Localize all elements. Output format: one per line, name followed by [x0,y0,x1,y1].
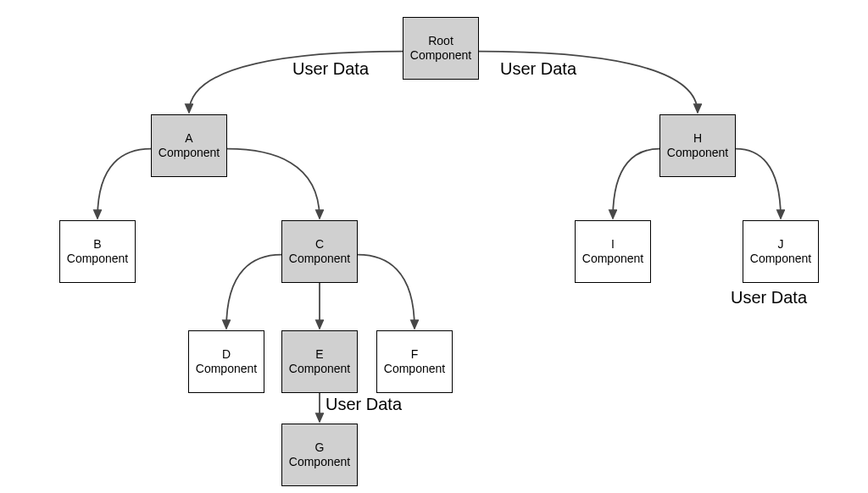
node-label-line2: Component [667,146,728,161]
node-label-line2: Component [159,146,220,161]
node-label-line1: F [411,347,419,363]
node-C: CComponent [281,220,358,283]
node-G: GComponent [281,424,358,486]
edge-H-I [613,149,659,219]
edge-label: User Data [326,395,402,414]
edge-A-C [227,149,320,219]
node-root: RootComponent [403,17,479,80]
node-A: AComponent [151,114,227,177]
node-label-line2: Component [384,362,445,377]
node-label-line1: Root [428,34,453,49]
node-E: EComponent [281,330,358,393]
edge-C-D [226,255,281,329]
diagram-canvas: RootComponentAComponentHComponentBCompon… [0,0,868,493]
node-B: BComponent [59,220,136,283]
node-label-line1: C [315,237,324,252]
edge-H-J [736,149,781,219]
edge-label: User Data [292,59,369,79]
node-label-line2: Component [196,362,257,377]
node-label-line1: J [778,237,784,252]
node-label-line2: Component [582,252,643,267]
node-label-line1: G [315,440,325,456]
node-label-line2: Component [67,252,128,267]
edge-label: User Data [500,59,576,79]
edge-label: User Data [731,288,807,307]
node-label-line2: Component [289,252,350,267]
node-label-line2: Component [410,48,471,64]
node-label-line1: H [693,131,702,147]
edge-C-F [358,255,415,329]
node-I: IComponent [575,220,651,283]
node-H: HComponent [659,114,736,177]
node-F: FComponent [376,330,453,393]
node-label-line1: I [611,237,615,252]
node-label-line1: E [315,347,323,363]
node-label-line2: Component [750,252,811,267]
node-label-line1: B [93,237,101,252]
node-label-line1: D [222,347,231,363]
node-label-line2: Component [289,455,350,470]
edge-A-B [97,149,151,219]
node-label-line2: Component [289,362,350,377]
node-D: DComponent [188,330,264,393]
node-label-line1: A [185,131,192,147]
node-J: JComponent [743,220,819,283]
